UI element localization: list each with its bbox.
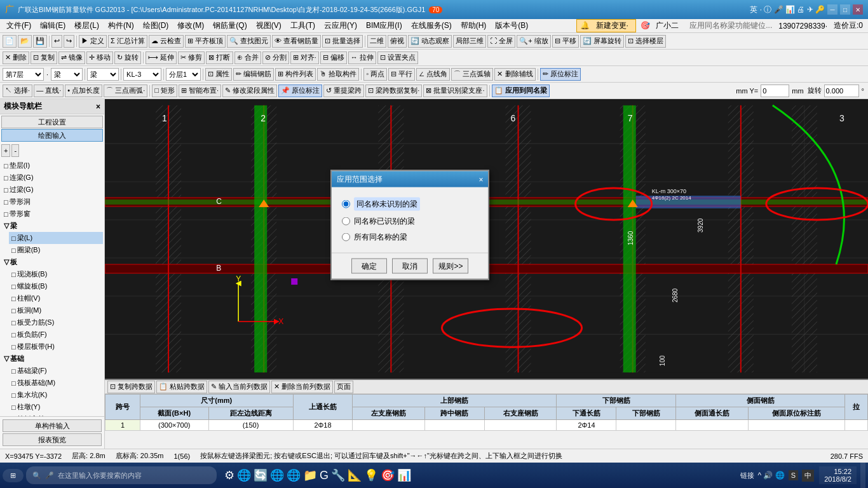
- data-table-scroll[interactable]: 跨号 尺寸(mm) 上通长筋 上部钢筋 下部钢筋 侧面钢筋 拉 截面(B×H) …: [105, 394, 868, 435]
- dynamic-view-btn[interactable]: 🔄 动态观察: [408, 35, 452, 48]
- open-btn[interactable]: 📂: [18, 35, 32, 48]
- align-btn[interactable]: ⊞ 对齐·: [290, 51, 319, 64]
- undo-btn[interactable]: ↩: [51, 35, 62, 48]
- two-point-btn[interactable]: ◦ 两点: [363, 68, 387, 81]
- clock[interactable]: 15:22 2018/8/2: [819, 466, 857, 484]
- input-col-btn[interactable]: ✎ 输入当前列数据: [208, 381, 270, 393]
- zoom-in-btn[interactable]: 🔍+ 缩放: [517, 35, 550, 48]
- dialog-cancel-btn[interactable]: 取消: [392, 259, 428, 274]
- show-desktop-btn[interactable]: [860, 463, 865, 488]
- lang-indicator[interactable]: 中: [802, 470, 814, 482]
- re-extract-btn[interactable]: ↺ 重提梁跨: [323, 85, 364, 97]
- cell-side-through[interactable]: [676, 420, 749, 431]
- del-col-btn[interactable]: ✕ 删除当前列数据: [271, 381, 333, 393]
- maximize-button[interactable]: □: [840, 4, 850, 15]
- batch-select-btn[interactable]: ⊡ 批量选择: [322, 35, 363, 48]
- redo-btn[interactable]: ↪: [64, 35, 74, 48]
- rect-btn[interactable]: □ 矩形: [152, 85, 177, 97]
- cloud-check-btn[interactable]: ☁ 云检查: [149, 35, 184, 48]
- cell-mid[interactable]: [424, 420, 484, 431]
- taskbar-app-icon-3[interactable]: 🔄: [254, 468, 268, 482]
- paste-span-btn[interactable]: 📋 粘贴跨数据: [156, 381, 207, 393]
- screen-rotate-btn[interactable]: 🔄 屏幕旋转: [580, 35, 624, 48]
- flatten-btn2[interactable]: ⊟ 平移: [552, 35, 579, 48]
- panel-close-icon[interactable]: ×: [96, 102, 100, 111]
- mirror-btn[interactable]: ⇌ 镜像: [58, 51, 85, 64]
- three-pt-arc-btn[interactable]: ⌒ 三点画弧·: [104, 85, 147, 97]
- taskbar-app-icon-7[interactable]: G: [320, 469, 329, 482]
- cell-bot-through[interactable]: 2Φ14: [557, 420, 616, 431]
- close-button[interactable]: ✕: [853, 4, 863, 15]
- taskbar-app-icon-6[interactable]: 📁: [303, 468, 317, 482]
- menu-edit[interactable]: 编辑(E): [36, 19, 69, 32]
- tree-item-cast-slab[interactable]: □现浇板(B): [9, 268, 103, 280]
- tree-item-ring-beam[interactable]: □圈梁(B): [9, 244, 103, 256]
- save-btn[interactable]: 💾: [33, 35, 47, 48]
- tree-item-tie-beam[interactable]: □连梁(G): [1, 172, 103, 184]
- tree-item-col-mound[interactable]: □柱墩(Y): [9, 401, 103, 413]
- element-subtype-select[interactable]: 梁: [87, 68, 119, 81]
- grip-btn[interactable]: ⊡ 设置夹点: [377, 51, 418, 64]
- project-settings-btn[interactable]: 工程设置: [1, 116, 103, 128]
- new-change-btn[interactable]: 🔔 新建变更·: [576, 19, 636, 32]
- radio-all[interactable]: [342, 233, 350, 241]
- menu-view[interactable]: 视图(V): [252, 19, 285, 32]
- rotate-btn[interactable]: ↻ 旋转: [114, 51, 141, 64]
- minus-btn[interactable]: -: [11, 144, 19, 157]
- canvas-container[interactable]: X Y 1: [105, 99, 868, 379]
- page-btn[interactable]: 页面: [334, 381, 353, 393]
- element-type-select[interactable]: 梁: [51, 68, 83, 81]
- menu-draw[interactable]: 绘图(D): [139, 19, 173, 32]
- taskbar-app-icon-5[interactable]: 🌐: [287, 468, 301, 482]
- option-2[interactable]: 同名称已识别的梁: [342, 214, 478, 229]
- tree-item-slab-neg[interactable]: □板负筋(F): [9, 329, 103, 341]
- angle-btn[interactable]: ∠ 点线角: [416, 68, 450, 81]
- menu-bim[interactable]: BIM应用(I): [362, 19, 406, 32]
- search-bar[interactable]: 🔍 🎤 在这里输入你要搜索的内容: [26, 466, 217, 484]
- parallel-btn[interactable]: ⊟ 平行: [388, 68, 415, 81]
- radio-unidentified[interactable]: [342, 200, 350, 208]
- flatten-btn[interactable]: ⊞ 平齐板顶: [185, 35, 226, 48]
- local-3d-btn[interactable]: 局部三维: [453, 35, 486, 48]
- tree-item-slab-hole[interactable]: □板洞(M): [9, 304, 103, 316]
- menu-cloud[interactable]: 云应用(Y): [320, 19, 361, 32]
- radio-identified[interactable]: [342, 217, 350, 226]
- view-btn[interactable]: 俯视: [388, 35, 407, 48]
- fullscreen-btn[interactable]: ⛶ 全屏: [487, 35, 515, 48]
- menu-online[interactable]: 在线服务(S): [407, 19, 456, 32]
- select-floor-btn[interactable]: ⊡ 选择楼层: [625, 35, 666, 48]
- menu-modify[interactable]: 修改(M): [173, 19, 208, 32]
- menu-element[interactable]: 构件(N): [104, 19, 138, 32]
- menu-version[interactable]: 版本号(B): [491, 19, 532, 32]
- merge-btn[interactable]: ⊕ 合并: [234, 51, 261, 64]
- y-input[interactable]: [761, 85, 789, 97]
- apply-same-name-btn[interactable]: 📋 应用到同名梁: [492, 85, 550, 97]
- cell-bot-detail[interactable]: [616, 420, 676, 431]
- minimize-button[interactable]: ─: [827, 4, 837, 15]
- tree-item-slab-rebar[interactable]: □板受力筋(S): [9, 316, 103, 329]
- define-btn[interactable]: ▶ 定义: [79, 35, 107, 48]
- del-btn[interactable]: ✕ 删除: [3, 51, 29, 64]
- batch-id-btn[interactable]: ⊠ 批量识别梁支座·: [423, 85, 487, 97]
- menu-help[interactable]: 帮助(H): [457, 19, 491, 32]
- tree-item-beam-l[interactable]: □梁(L): [9, 232, 103, 244]
- taskbar-app-icon-2[interactable]: 🌐: [237, 468, 251, 482]
- menu-tools[interactable]: 工具(T): [287, 19, 319, 32]
- arc-axis-btn[interactable]: ⌒ 三点弧轴: [451, 68, 493, 81]
- point-len-btn[interactable]: • 点加长度: [65, 85, 102, 97]
- rotate-input[interactable]: [824, 85, 859, 97]
- element-list-btn[interactable]: ⊞ 构件列表: [275, 68, 316, 81]
- dialog-close-btn[interactable]: ×: [478, 175, 483, 184]
- single-input-btn[interactable]: 单构件输入: [3, 419, 102, 432]
- element-name-select[interactable]: KL-3: [123, 68, 161, 81]
- stretch-btn[interactable]: ↔ 拉伸: [348, 51, 376, 64]
- tree-group-foundation[interactable]: ▽基础: [1, 353, 103, 365]
- cell-side-original[interactable]: [748, 420, 845, 431]
- tree-item-strip-hole[interactable]: □带形洞: [1, 196, 103, 208]
- tree-item-spiral-slab[interactable]: □螺旋板(B): [9, 280, 103, 292]
- taskbar-app-icon-1[interactable]: ⚙: [224, 468, 234, 482]
- del-aux-btn[interactable]: ✕ 删除辅线: [494, 68, 535, 81]
- trim-btn[interactable]: ✂ 修剪: [178, 51, 205, 64]
- cell-dist[interactable]: (150): [208, 420, 293, 431]
- taskbar-app-icon-9[interactable]: 📐: [348, 468, 362, 482]
